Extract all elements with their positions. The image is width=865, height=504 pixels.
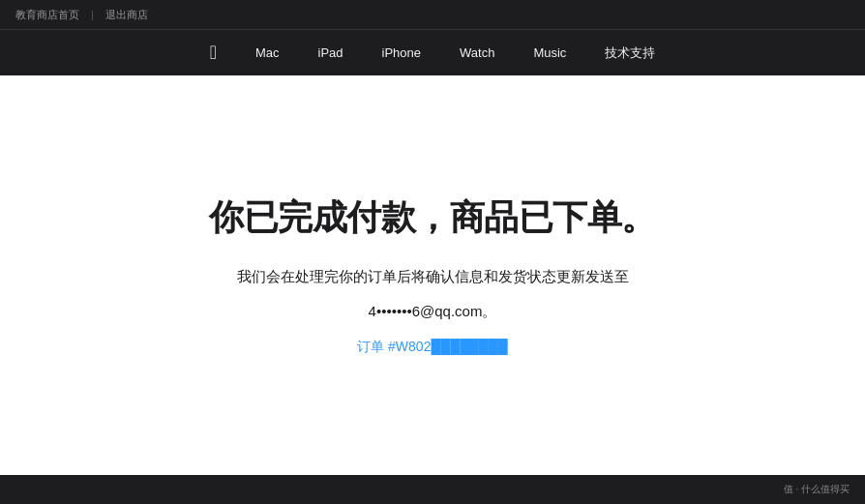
exit-store-link[interactable]: 退出商店 [105,8,148,22]
top-bar: 教育商店首页 | 退出商店 [0,0,865,29]
nav-item-music[interactable]: Music [514,30,585,76]
nav-item-mac[interactable]: Mac [236,30,299,76]
success-description: 我们会在处理完你的订单后将确认信息和发货状态更新发送至 [237,265,629,288]
nav-item-iphone[interactable]: iPhone [363,30,440,76]
nav-bar:  Mac iPad iPhone Watch Music 技术支持 [0,29,865,75]
store-home-link[interactable]: 教育商店首页 [15,8,79,22]
apple-logo-icon[interactable]:  [191,30,236,76]
success-title: 你已完成付款，商品已下单。 [209,194,656,242]
nav-item-ipad[interactable]: iPad [299,30,363,76]
nav-item-support[interactable]: 技术支持 [585,30,674,76]
top-bar-divider: | [91,9,94,20]
main-content: 你已完成付款，商品已下单。 我们会在处理完你的订单后将确认信息和发货状态更新发送… [0,75,865,475]
watermark-text: 值 · 什么值得买 [784,483,850,496]
order-link[interactable]: 订单 #W802████████ [357,339,508,356]
nav-item-watch[interactable]: Watch [440,30,514,76]
watermark-bar: 值 · 什么值得买 [0,475,865,504]
email-display: 4•••••••6@qq.com。 [369,300,497,323]
